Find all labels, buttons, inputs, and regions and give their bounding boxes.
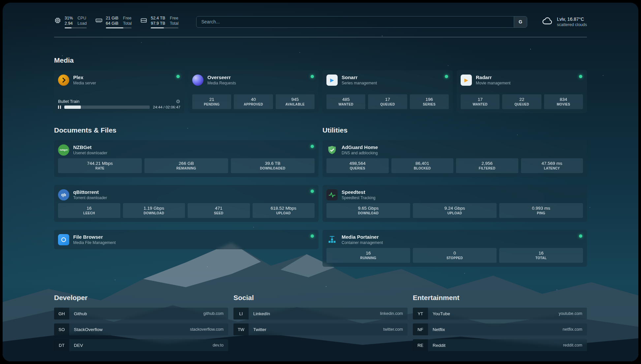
stat-box: 945 AVAILABLE <box>276 94 315 109</box>
search-provider-button[interactable]: G <box>514 16 527 27</box>
bookmark-twitter[interactable]: TW Twitter twitter.com <box>233 323 408 335</box>
cloud-icon <box>542 15 553 28</box>
stat-label: RUNNING <box>327 256 410 260</box>
bookmark-name: YouTube <box>433 311 450 316</box>
stat-value: 0.993 ms <box>500 205 582 211</box>
weather-widget: Lviv, 16.87°C scattered clouds <box>542 15 587 28</box>
stat-value: 834 <box>545 97 582 102</box>
stat-label: QUERIES <box>327 166 388 171</box>
service-card-radarr[interactable]: ▶ Radarr Movie management 17 WANTED <box>457 70 587 113</box>
bookmark-abbr: RE <box>413 339 428 351</box>
stat-label: WANTED <box>461 102 499 107</box>
settings-gear-icon[interactable]: ⚙ <box>176 99 180 104</box>
bookmark-abbr: LI <box>233 308 249 319</box>
bookmark-url: linkedin.com <box>380 311 403 316</box>
service-card-filebrowser[interactable]: File Browser Media File Management <box>54 230 319 249</box>
cpu-metric: 31% 2.94 CPU Load <box>54 15 87 28</box>
stat-label: APPROVED <box>234 102 272 107</box>
service-card-adguard[interactable]: AdGuard Home DNS and adblocking 498,564 … <box>322 140 587 177</box>
status-dot <box>176 75 180 78</box>
playback-progress-bar[interactable] <box>64 106 150 109</box>
bookmark-name: DEV <box>74 343 83 348</box>
media-section: Media Plex Media server <box>54 56 587 113</box>
service-subtitle: Movie management <box>476 80 510 86</box>
service-card-nzbget[interactable]: nzbget NZBGet Usenet downloader 744.21 M… <box>54 140 319 177</box>
overseerr-icon <box>192 75 203 86</box>
stat-box: 0.993 ms PING <box>499 203 583 218</box>
service-card-speedtest[interactable]: Speedtest Speedtest Tracking 9.65 Gbps D… <box>322 185 587 222</box>
stat-value: 618.52 Mbps <box>253 205 314 211</box>
stat-value: 9.24 Gbps <box>413 205 496 211</box>
service-card-portainer[interactable]: Media Portainer Container management 16 … <box>322 230 587 267</box>
stat-value: 471 <box>188 205 249 211</box>
service-card-plex[interactable]: Plex Media server Bullet Train ⚙ <box>54 70 184 113</box>
cpu-load-label: Load <box>77 21 87 26</box>
service-card-qbittorrent[interactable]: qb qBittorrent Torrent downloader 16 LEE… <box>54 185 319 222</box>
bookmark-netflix[interactable]: NF Netflix netflix.com <box>413 323 587 335</box>
stat-box: 471 SEED <box>188 203 250 218</box>
service-subtitle: Usenet downloader <box>73 150 107 156</box>
status-dot <box>311 145 314 148</box>
stat-value: 17 <box>369 97 406 102</box>
service-name: Media Portainer <box>342 234 383 240</box>
disk-metric: 52.4 TB 97.9 TB Free Total <box>140 15 178 28</box>
plex-icon <box>58 75 69 86</box>
bookmark-linkedin[interactable]: LI LinkedIn linkedin.com <box>233 308 408 319</box>
nzbget-icon-text: nzbget <box>60 148 68 151</box>
stat-value: 22 <box>503 97 540 102</box>
stat-value: 485 <box>327 97 365 102</box>
service-subtitle: Speedtest Tracking <box>342 195 376 200</box>
stat-label: DOWNLOADED <box>231 166 314 171</box>
bookmark-dev[interactable]: DT DEV dev.to <box>54 339 228 351</box>
status-dot <box>311 234 314 238</box>
bookmark-abbr: SO <box>54 323 69 335</box>
disk-free-label: Free <box>170 15 178 21</box>
stat-value: 945 <box>276 97 314 102</box>
stat-box: 744.21 Mbps RATE <box>58 158 142 173</box>
disk-total-label: Total <box>170 21 178 26</box>
stat-box: 485 WANTED <box>326 94 365 109</box>
stat-value: 498,564 <box>327 161 388 166</box>
stat-box: 266 GB REMAINING <box>144 158 228 173</box>
nzbget-icon: nzbget <box>58 144 69 156</box>
service-subtitle: Media File Management <box>73 240 116 245</box>
bookmark-name: Github <box>74 311 87 316</box>
stat-value: 86,401 <box>392 161 453 166</box>
memory-free-value: 21 GiB <box>106 15 118 21</box>
disk-icon <box>140 17 147 25</box>
documents-section-title: Documents & Files <box>54 126 319 134</box>
bookmark-youtube[interactable]: YT YouTube youtube.com <box>413 308 587 319</box>
memory-total-label: Total <box>123 21 132 26</box>
qbittorrent-icon: qb <box>58 189 69 200</box>
cpu-load-value: 2.94 <box>65 21 73 26</box>
dashboard-screen: 31% 2.94 CPU Load <box>3 3 638 361</box>
status-dot <box>311 75 314 78</box>
bookmark-abbr: TW <box>233 323 249 335</box>
stat-label: AVAILABLE <box>276 102 314 107</box>
status-dot <box>579 75 582 78</box>
disk-free-value: 52.4 TB <box>151 15 165 21</box>
search-input[interactable] <box>197 16 514 27</box>
bookmark-url: netflix.com <box>563 327 582 332</box>
utilities-section: Utilities <box>322 126 587 275</box>
playback-time: 24:44 / 02:06:47 <box>153 105 180 109</box>
stat-box: 47.569 ms LATENCY <box>521 158 583 173</box>
stat-value: 0 <box>413 250 496 256</box>
bookmark-stackoverflow[interactable]: SO StackOverflow stackoverflow.com <box>54 323 228 335</box>
stat-label: BLOCKED <box>392 166 453 171</box>
stat-label: MOVIES <box>545 102 582 107</box>
qbittorrent-icon-text: qb <box>61 193 66 197</box>
stat-value: 9.65 Gbps <box>327 205 410 211</box>
stat-box: 17 WANTED <box>461 94 500 109</box>
memory-metric: 21 GiB 64 GiB Free Total <box>95 15 132 28</box>
pause-icon[interactable] <box>58 106 61 109</box>
service-card-sonarr[interactable]: ▶ Sonarr Series management 485 WANTED <box>322 70 453 113</box>
stat-box: 196 SERIES <box>410 94 449 109</box>
bookmark-name: LinkedIn <box>253 311 270 316</box>
bookmark-reddit[interactable]: RE Reddit reddit.com <box>413 339 587 351</box>
service-name: qBittorrent <box>73 189 107 195</box>
bookmark-github[interactable]: GH Github github.com <box>54 308 228 319</box>
service-card-overseerr[interactable]: Overseerr Media Requests 21 PENDING 40 A… <box>188 70 319 113</box>
service-name: Radarr <box>476 74 510 80</box>
stat-value: 2,956 <box>457 161 518 166</box>
